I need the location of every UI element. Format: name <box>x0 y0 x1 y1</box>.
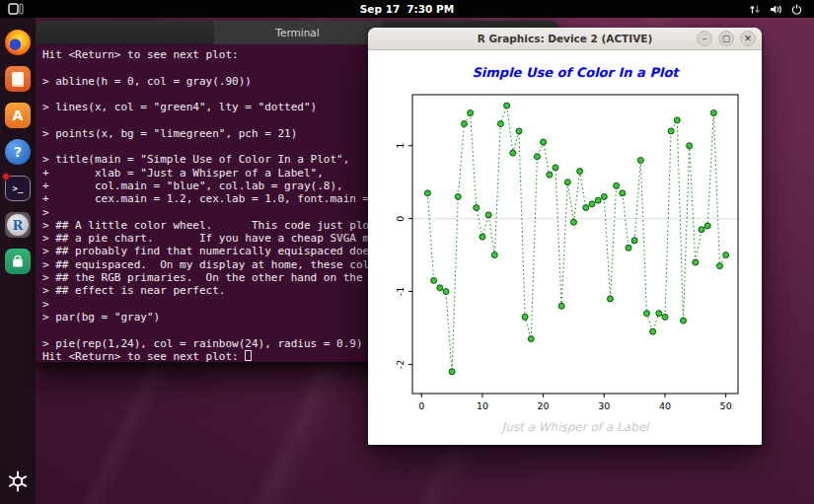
software-icon <box>5 249 31 274</box>
close-button[interactable]: ✕ <box>740 31 756 46</box>
r-icon: R <box>7 214 29 236</box>
clock-button[interactable]: Sep 17 7:30 PM <box>348 1 466 17</box>
terminal-tab[interactable]: Terminal <box>214 21 382 44</box>
plot-svg: 01020304050-2-101Simple Use of Color In … <box>368 50 762 443</box>
workspaces-icon <box>8 3 24 15</box>
dock-item-files[interactable] <box>5 66 31 92</box>
svg-text:Just a Whisper of a Label: Just a Whisper of a Label <box>500 420 650 434</box>
svg-text:10: 10 <box>477 400 488 411</box>
svg-text:-1: -1 <box>395 287 406 296</box>
svg-text:0: 0 <box>395 216 406 222</box>
graphics-canvas: 01020304050-2-101Simple Use of Color In … <box>368 50 762 445</box>
terminal-cursor <box>245 350 252 361</box>
r-graphics-window: R Graphics: Device 2 (ACTIVE) – ▢ ✕ 0102… <box>368 28 762 445</box>
help-icon: ? <box>5 139 31 165</box>
notification-dot <box>2 173 10 180</box>
files-icon <box>5 66 31 92</box>
workspaces-indicator[interactable] <box>8 3 24 15</box>
graphics-window-title: R Graphics: Device 2 (ACTIVE) <box>478 33 653 44</box>
dock-item-help[interactable]: ? <box>5 139 31 165</box>
firefox-icon <box>5 30 31 55</box>
app-a-icon: A <box>5 103 31 128</box>
desktop: Sep 17 7:30 PM <box>0 0 814 504</box>
volume-icon <box>770 4 782 15</box>
dock-item-software[interactable] <box>5 249 31 274</box>
dock-item-r[interactable]: R <box>5 212 31 238</box>
minimize-button[interactable]: – <box>697 31 712 46</box>
graphics-titlebar[interactable]: R Graphics: Device 2 (ACTIVE) – ▢ ✕ <box>368 28 762 50</box>
clock-date: Sep 17 <box>360 3 400 15</box>
svg-text:1: 1 <box>395 143 406 149</box>
dock: A ? >_ R <box>0 18 36 504</box>
dock-item-distro-logo[interactable] <box>5 468 31 494</box>
dock-item-terminal[interactable]: >_ <box>5 176 31 201</box>
system-tray-button[interactable] <box>743 0 808 18</box>
distro-logo-icon <box>7 470 29 492</box>
svg-text:-2: -2 <box>395 360 406 369</box>
svg-text:0: 0 <box>418 400 424 411</box>
power-icon <box>791 4 802 15</box>
terminal-icon: >_ <box>5 176 31 201</box>
svg-text:50: 50 <box>720 400 732 411</box>
svg-text:20: 20 <box>538 400 550 411</box>
svg-text:Simple Use of Color In a Plot: Simple Use of Color In a Plot <box>472 65 680 80</box>
network-icon <box>749 4 761 15</box>
dock-item-app-a[interactable]: A <box>5 103 31 128</box>
svg-text:40: 40 <box>659 400 671 411</box>
maximize-button[interactable]: ▢ <box>718 31 734 46</box>
dock-item-firefox[interactable] <box>5 30 31 55</box>
terminal-title: Terminal <box>275 27 319 38</box>
clock-time: 7:30 PM <box>407 3 454 15</box>
top-bar: Sep 17 7:30 PM <box>0 0 814 18</box>
svg-text:30: 30 <box>598 400 610 411</box>
